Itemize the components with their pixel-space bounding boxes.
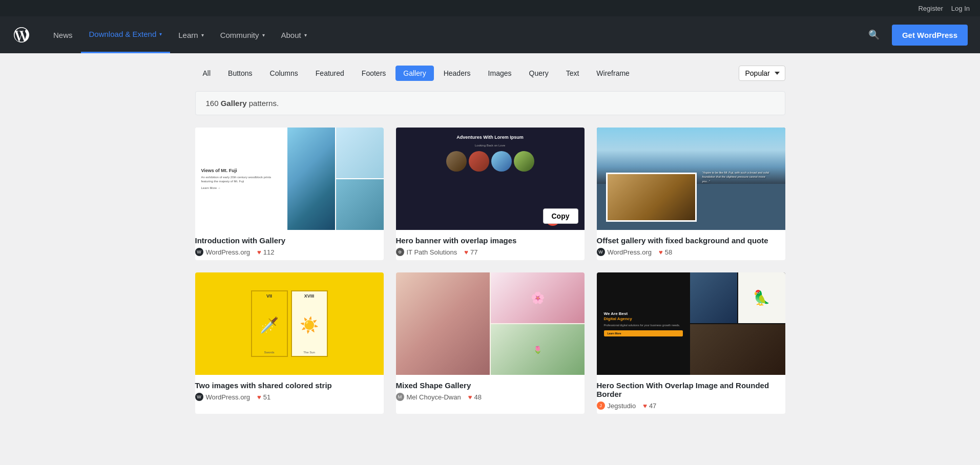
pattern-card-mixed[interactable]: 🌸 🌷 Copy Mixed Shape Gallery M Mel Choyc…	[396, 272, 585, 414]
card-preview-digital: We Are Best Digital Agency Professional …	[597, 272, 785, 375]
pattern-card-intro[interactable]: Views of Mt. Fuji An exhibition of early…	[195, 128, 384, 260]
card-preview-hero: Adventures With Lorem Ipsum Looking Back…	[396, 128, 585, 230]
filter-tab-featured[interactable]: Featured	[308, 66, 352, 81]
heart-icon-offset: ♥	[659, 248, 663, 256]
wp-logo[interactable]	[12, 26, 31, 44]
filter-tab-columns[interactable]: Columns	[262, 66, 306, 81]
card-info-offset: Offset gallery with fixed background and…	[597, 230, 785, 260]
card-meta-digital: J Jegstudio ♥ 47	[597, 401, 785, 410]
card-title-hero: Hero banner with overlap images	[396, 236, 585, 245]
learn-chevron-icon: ▾	[201, 32, 204, 38]
likes-offset: ♥ 58	[659, 248, 672, 256]
card-title-intro: Introduction with Gallery	[195, 236, 384, 245]
filter-tab-text[interactable]: Text	[558, 66, 587, 81]
search-icon: 🔍	[868, 30, 880, 40]
card-author-mixed: M Mel Choyce-Dwan	[396, 393, 461, 401]
author-name-digital: Jegstudio	[608, 402, 636, 410]
likes-count-digital: 47	[649, 402, 656, 410]
author-icon-offset: W	[597, 248, 605, 256]
nav-download-extend[interactable]: Download & Extend ▾	[81, 16, 171, 53]
card-info-mixed: Mixed Shape Gallery M Mel Choyce-Dwan ♥ …	[396, 375, 585, 405]
wordpress-logo-icon	[12, 26, 31, 44]
sort-select[interactable]: Popular Newest Oldest	[739, 66, 785, 81]
author-icon-tarot: W	[195, 393, 203, 401]
card-info-hero: Hero banner with overlap images ⚙ IT Pat…	[396, 230, 585, 260]
likes-count-tarot: 51	[263, 393, 270, 401]
register-link[interactable]: Register	[918, 5, 943, 12]
filter-sort: Popular Newest Oldest	[739, 66, 785, 81]
author-name-hero: IT Path Solutions	[407, 248, 457, 256]
likes-count-hero: 77	[470, 248, 477, 256]
about-chevron-icon: ▾	[304, 32, 307, 38]
card-title-tarot: Two images with shared colored strip	[195, 381, 384, 390]
author-name-offset: WordPress.org	[608, 248, 652, 256]
hero-preview-subtitle: Looking Back on Love	[475, 144, 505, 147]
filter-tab-gallery[interactable]: Gallery	[395, 66, 433, 81]
filter-tab-headers[interactable]: Headers	[436, 66, 478, 81]
likes-count-intro: 112	[263, 248, 275, 256]
card-author-offset: W WordPress.org	[597, 248, 652, 256]
nav-about[interactable]: About ▾	[273, 16, 315, 53]
search-button[interactable]: 🔍	[864, 25, 884, 45]
card-preview-offset: "Aspire to be like Mt. Fuji, with such a…	[597, 128, 785, 230]
card-meta-offset: W WordPress.org ♥ 58	[597, 248, 785, 256]
filter-tab-query[interactable]: Query	[522, 66, 556, 81]
filter-tab-buttons[interactable]: Buttons	[220, 66, 260, 81]
likes-count-mixed: 48	[474, 393, 481, 401]
author-name-intro: WordPress.org	[206, 248, 250, 256]
heart-icon-tarot: ♥	[257, 393, 261, 401]
get-wordpress-button[interactable]: Get WordPress	[892, 25, 968, 46]
card-preview-mixed: 🌸 🌷 Copy	[396, 272, 585, 375]
card-meta-hero: ⚙ IT Path Solutions ♥ 77	[396, 248, 585, 256]
cards-grid: Views of Mt. Fuji An exhibition of early…	[195, 128, 785, 414]
hero-preview-title: Adventures With Lorem Ipsum	[456, 135, 523, 140]
results-bar: 160 Gallery patterns.	[195, 91, 785, 115]
filter-tab-wireframe[interactable]: Wireframe	[589, 66, 637, 81]
author-name-tarot: WordPress.org	[206, 393, 250, 401]
nav-news[interactable]: News	[45, 16, 81, 53]
nav-community[interactable]: Community ▾	[212, 16, 273, 53]
card-meta-mixed: M Mel Choyce-Dwan ♥ 48	[396, 393, 585, 401]
author-icon-hero: ⚙	[396, 248, 404, 256]
nav-right: 🔍 Get WordPress	[864, 25, 968, 46]
card-title-digital: Hero Section With Overlap Image and Roun…	[597, 381, 785, 398]
filter-tab-images[interactable]: Images	[481, 66, 519, 81]
filter-bar: All Buttons Columns Featured Footers Gal…	[195, 66, 785, 81]
card-info-intro: Introduction with Gallery W WordPress.or…	[195, 230, 384, 260]
nav-links: News Download & Extend ▾ Learn ▾ Communi…	[45, 16, 864, 53]
heart-icon-digital: ♥	[643, 402, 647, 410]
card-title-offset: Offset gallery with fixed background and…	[597, 236, 785, 245]
card-info-tarot: Two images with shared colored strip W W…	[195, 375, 384, 405]
author-icon-mixed: M	[396, 393, 404, 401]
results-suffix: patterns.	[249, 99, 279, 108]
filter-tab-all[interactable]: All	[195, 66, 219, 81]
download-extend-chevron-icon: ▾	[159, 31, 162, 37]
preview-intro-right	[287, 128, 384, 230]
likes-digital: ♥ 47	[643, 402, 656, 410]
card-meta-tarot: W WordPress.org ♥ 51	[195, 393, 384, 401]
results-category: Gallery	[221, 99, 247, 108]
heart-icon-mixed: ♥	[468, 393, 472, 401]
card-author-intro: W WordPress.org	[195, 248, 250, 256]
nav-learn[interactable]: Learn ▾	[170, 16, 212, 53]
pattern-card-hero[interactable]: Adventures With Lorem Ipsum Looking Back…	[396, 128, 585, 260]
filter-tab-footers[interactable]: Footers	[354, 66, 393, 81]
heart-icon-intro: ♥	[257, 248, 261, 256]
pattern-card-offset[interactable]: "Aspire to be like Mt. Fuji, with such a…	[597, 128, 785, 260]
card-author-digital: J Jegstudio	[597, 401, 636, 410]
author-icon-digital: J	[597, 401, 605, 410]
author-name-mixed: Mel Choyce-Dwan	[407, 393, 461, 401]
likes-hero: ♥ 77	[464, 248, 477, 256]
copy-button-hero[interactable]: Copy	[543, 208, 578, 224]
likes-intro: ♥ 112	[257, 248, 274, 256]
login-link[interactable]: Log In	[951, 5, 970, 12]
pattern-card-tarot[interactable]: VII 🗡️ Swords XVIII ☀️ The Sun Copy Two …	[195, 272, 384, 414]
results-count: 160	[206, 99, 219, 108]
likes-tarot: ♥ 51	[257, 393, 270, 401]
top-bar: Register Log In	[0, 0, 980, 16]
likes-count-offset: 58	[665, 248, 672, 256]
community-chevron-icon: ▾	[262, 32, 265, 38]
card-author-tarot: W WordPress.org	[195, 393, 250, 401]
likes-mixed: ♥ 48	[468, 393, 482, 401]
pattern-card-digital[interactable]: We Are Best Digital Agency Professional …	[597, 272, 785, 414]
